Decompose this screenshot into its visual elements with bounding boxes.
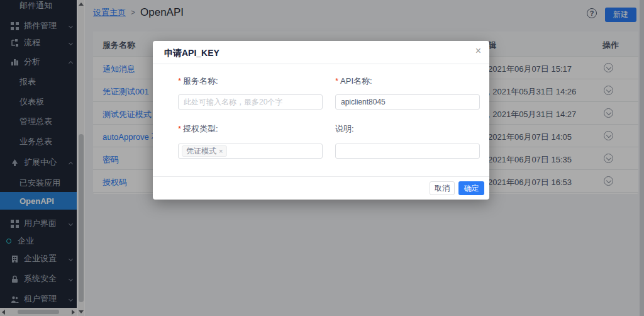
api-name-input[interactable] [335, 94, 480, 110]
label-text: 说明: [335, 124, 354, 133]
label-text: 服务名称: [183, 76, 218, 86]
dialog-header: 申请API_KEY × [153, 41, 489, 64]
api-name-label: *API名称: [335, 76, 372, 87]
auth-type-tag: 凭证模式 × [182, 145, 227, 157]
confirm-button[interactable]: 确定 [458, 181, 484, 195]
required-mark: * [178, 124, 181, 133]
required-mark: * [178, 76, 181, 86]
app-window: 邮件通知 插件管理 流程 分析 [0, 0, 644, 316]
auth-type-label: *授权类型: [178, 123, 218, 135]
service-name-label: *服务名称: [178, 76, 218, 87]
required-mark: * [335, 76, 338, 86]
tag-remove-icon[interactable]: × [219, 147, 223, 155]
apply-api-key-dialog: 申请API_KEY × *服务名称: *API名称: *授权类型: 说明: 凭证… [153, 41, 489, 200]
description-input[interactable] [335, 144, 480, 159]
service-name-input[interactable] [178, 94, 323, 110]
cancel-button[interactable]: 取消 [430, 181, 455, 195]
label-text: 授权类型: [183, 124, 218, 133]
auth-type-select[interactable]: 凭证模式 × [178, 144, 323, 159]
dialog-body: *服务名称: *API名称: *授权类型: 说明: 凭证模式 × [153, 64, 489, 159]
dialog-title: 申请API_KEY [164, 48, 219, 59]
description-label: 说明: [335, 123, 354, 135]
label-text: API名称: [340, 76, 372, 86]
close-icon[interactable]: × [475, 46, 481, 56]
dialog-footer: 取消 确定 [153, 176, 489, 200]
tag-label: 凭证模式 [186, 146, 216, 157]
